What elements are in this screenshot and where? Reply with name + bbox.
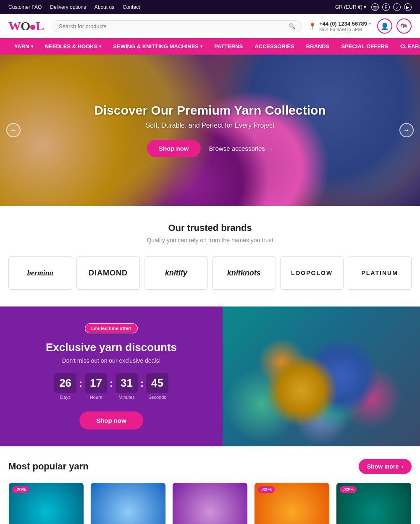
countdown-hours-label: Hours (85, 395, 107, 400)
brands-title: Our trusted brands (8, 223, 412, 233)
brand-bermina[interactable]: bermina (8, 256, 72, 290)
brand-knitknots[interactable]: knitknots (212, 256, 276, 290)
hero-banner: ← Discover Our Premium Yarn Collection S… (0, 55, 420, 206)
top-bar: Customer FAQ Delivery options About us C… (0, 0, 420, 14)
nav-patterns[interactable]: PATTERNS (208, 38, 249, 55)
product-card-2[interactable] (90, 482, 166, 524)
pinterest-icon[interactable]: P (382, 3, 390, 11)
contact-info: 📍 +44 (0) 1234 56789 ▾ Mon-Fri 9AM to 5P… (308, 21, 371, 32)
nav-yarn[interactable]: YARN ▾ (8, 38, 39, 55)
promo-badge: Limited time offer! (85, 323, 138, 333)
region-selector[interactable]: GR (EUR €) ▾ (335, 4, 366, 10)
nav-clearance[interactable]: CLEARANCE (394, 38, 420, 55)
countdown-minutes: 31 Minutes (116, 373, 138, 400)
brands-subtitle: Quality you can rely on from the names y… (8, 237, 412, 244)
countdown-days-value: 26 (54, 373, 76, 393)
main-nav: YARN ▾ NEEDLES & HOOKS ▾ SEWING & KNITTI… (0, 38, 420, 55)
countdown-days: 26 Days (54, 373, 76, 400)
search-bar: 🔍 (52, 20, 302, 32)
countdown-sep-2: : (110, 377, 113, 396)
search-input[interactable] (59, 23, 289, 29)
hero-content: Discover Our Premium Yarn Collection Sof… (94, 103, 326, 157)
brands-grid: bermina DIAMOND knitify knitknots LOOPGL… (8, 256, 412, 290)
account-button[interactable]: 👤 (377, 18, 392, 34)
cart-button[interactable]: 🛍 (396, 18, 412, 34)
hero-browse-accessories-button[interactable]: Browse accessories → (209, 145, 273, 152)
nav-brands[interactable]: BRANDS (300, 38, 336, 55)
popular-section: Most popular yarn Show more › -20% -33% … (0, 446, 420, 524)
show-more-button[interactable]: Show more › (359, 459, 412, 474)
business-hours: Mon-Fri 9AM to 5PM (319, 27, 371, 32)
countdown-hours: 17 Hours (85, 373, 107, 400)
countdown-hours-value: 17 (85, 373, 107, 393)
youtube-icon[interactable]: ▶ (404, 3, 412, 11)
brand-logo-bermina: bermina (27, 269, 53, 278)
search-button[interactable]: 🔍 (289, 23, 296, 29)
hero-next-button[interactable]: → (399, 123, 414, 137)
promo-yarn-decoration (223, 307, 420, 446)
instagram-icon[interactable]: 📷 (371, 3, 379, 11)
promo-shop-now-button[interactable]: Shop now (79, 411, 143, 430)
products-grid: -20% -33% -33% (8, 482, 412, 524)
topbar-link-contact[interactable]: Contact (123, 4, 140, 10)
popular-title: Most popular yarn (8, 461, 89, 472)
yarn-dropdown-arrow: ▾ (31, 44, 33, 49)
countdown-days-label: Days (54, 395, 76, 400)
brand-logo-knitknots: knitknots (227, 269, 261, 278)
header: WOL 🔍 📍 +44 (0) 1234 56789 ▾ Mon-Fri 9AM… (0, 14, 420, 38)
promo-title: Exclusive yarn discounts (46, 341, 177, 354)
discount-badge-5: -33% (340, 486, 357, 493)
countdown-seconds: 45 Seconds (146, 373, 168, 400)
nav-accessories[interactable]: ACCESSORIES (249, 38, 300, 55)
countdown-sep-1: : (79, 377, 82, 396)
popular-header: Most popular yarn Show more › (8, 459, 412, 474)
promo-subtitle: Don't miss out on our exclusive deals! (62, 357, 161, 364)
nav-right: BRANDS SPECIAL OFFERS CLEARANCE (300, 38, 420, 55)
sewing-dropdown-arrow: ▾ (200, 44, 202, 49)
nav-special-offers[interactable]: SPECIAL OFFERS (335, 38, 394, 55)
nav-needles[interactable]: NEEDLES & HOOKS ▾ (39, 38, 108, 55)
discount-badge-1: -20% (12, 486, 29, 493)
promo-right-image (223, 307, 420, 446)
promo-left: Limited time offer! Exclusive yarn disco… (0, 307, 223, 446)
brand-logo-knitify: knitify (165, 269, 187, 278)
hero-prev-button[interactable]: ← (6, 123, 21, 137)
brand-loopglow[interactable]: LOOPGLOW (280, 256, 344, 290)
nav-left: YARN ▾ NEEDLES & HOOKS ▾ SEWING & KNITTI… (8, 38, 300, 55)
header-actions: 👤 🛍 (377, 18, 412, 34)
top-bar-right: GR (EUR €) ▾ 📷 P ♪ ▶ (335, 3, 412, 11)
hero-subtitle: Soft, Durable, and Perfect for Every Pro… (94, 122, 326, 129)
brand-knitify[interactable]: knitify (144, 256, 208, 290)
product-card-5[interactable]: -33% (336, 482, 412, 524)
product-image-2 (91, 483, 165, 524)
countdown-timer: 26 Days : 17 Hours : 31 Minutes : 45 Sec… (54, 373, 168, 400)
product-card-4[interactable]: -33% (254, 482, 330, 524)
product-card-1[interactable]: -20% (8, 482, 84, 524)
logo[interactable]: WOL (8, 19, 46, 33)
topbar-link-faq[interactable]: Customer FAQ (8, 4, 42, 10)
product-card-3[interactable] (172, 482, 248, 524)
brand-logo-platinum: PLATINUM (362, 270, 398, 276)
countdown-minutes-value: 31 (116, 373, 138, 393)
product-image-3 (173, 483, 247, 524)
phone-number: +44 (0) 1234 56789 (319, 21, 367, 27)
nav-sewing[interactable]: SEWING & KNITTING MACHINES ▾ (107, 38, 208, 55)
hero-buttons: Shop now Browse accessories → (94, 140, 326, 157)
brand-logo-loopglow: LOOPGLOW (291, 270, 333, 276)
social-icons: 📷 P ♪ ▶ (371, 3, 412, 11)
top-bar-links: Customer FAQ Delivery options About us C… (8, 4, 140, 10)
brand-diamond[interactable]: DIAMOND (76, 256, 140, 290)
discount-badge-4: -33% (258, 486, 275, 493)
tiktok-icon[interactable]: ♪ (393, 3, 401, 11)
countdown-minutes-label: Minutes (116, 395, 138, 400)
countdown-seconds-label: Seconds (146, 395, 168, 400)
promo-banner: Limited time offer! Exclusive yarn disco… (0, 307, 420, 446)
topbar-link-about[interactable]: About us (94, 4, 114, 10)
hero-shop-now-button[interactable]: Shop now (147, 140, 201, 157)
countdown-sep-3: : (140, 377, 144, 396)
show-more-arrow: › (401, 463, 403, 470)
hero-title: Discover Our Premium Yarn Collection (94, 103, 326, 118)
brands-section: Our trusted brands Quality you can rely … (0, 206, 420, 307)
brand-platinum[interactable]: PLATINUM (348, 256, 412, 290)
topbar-link-delivery[interactable]: Delivery options (50, 4, 86, 10)
